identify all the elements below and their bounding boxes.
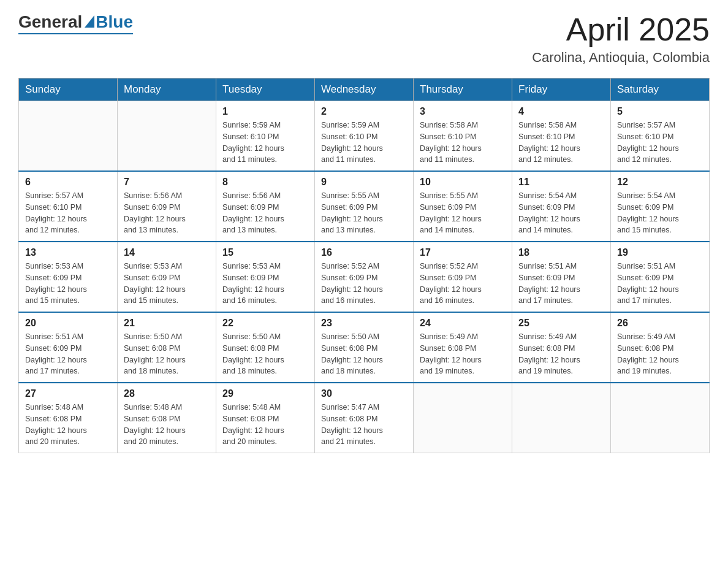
calendar-cell: 12Sunrise: 5:54 AM Sunset: 6:09 PM Dayli… bbox=[611, 171, 710, 242]
day-number: 13 bbox=[25, 247, 111, 258]
calendar-cell: 30Sunrise: 5:47 AM Sunset: 6:08 PM Dayli… bbox=[315, 383, 414, 453]
calendar-cell: 28Sunrise: 5:48 AM Sunset: 6:08 PM Dayli… bbox=[118, 383, 216, 453]
logo: General Blue bbox=[18, 12, 133, 34]
calendar-cell: 26Sunrise: 5:49 AM Sunset: 6:08 PM Dayli… bbox=[611, 312, 710, 383]
day-number: 3 bbox=[420, 106, 506, 117]
day-info: Sunrise: 5:55 AM Sunset: 6:09 PM Dayligh… bbox=[321, 190, 407, 236]
day-number: 17 bbox=[420, 247, 506, 258]
calendar-cell: 8Sunrise: 5:56 AM Sunset: 6:09 PM Daylig… bbox=[216, 171, 315, 242]
day-info: Sunrise: 5:57 AM Sunset: 6:10 PM Dayligh… bbox=[25, 190, 111, 236]
day-info: Sunrise: 5:50 AM Sunset: 6:08 PM Dayligh… bbox=[222, 331, 308, 377]
day-number: 11 bbox=[518, 177, 604, 188]
day-number: 22 bbox=[222, 318, 308, 329]
title-area: April 2025 Carolina, Antioquia, Colombia bbox=[532, 12, 710, 66]
calendar-week-row: 1Sunrise: 5:59 AM Sunset: 6:10 PM Daylig… bbox=[19, 101, 710, 172]
day-info: Sunrise: 5:59 AM Sunset: 6:10 PM Dayligh… bbox=[321, 120, 407, 166]
day-number: 1 bbox=[222, 106, 308, 117]
calendar-cell: 29Sunrise: 5:48 AM Sunset: 6:08 PM Dayli… bbox=[216, 383, 315, 453]
day-info: Sunrise: 5:48 AM Sunset: 6:08 PM Dayligh… bbox=[25, 402, 111, 448]
calendar-cell: 18Sunrise: 5:51 AM Sunset: 6:09 PM Dayli… bbox=[512, 242, 611, 312]
calendar-header-thursday: Thursday bbox=[414, 79, 512, 101]
calendar-cell: 10Sunrise: 5:55 AM Sunset: 6:09 PM Dayli… bbox=[414, 171, 512, 242]
day-info: Sunrise: 5:48 AM Sunset: 6:08 PM Dayligh… bbox=[222, 402, 308, 448]
calendar-cell: 1Sunrise: 5:59 AM Sunset: 6:10 PM Daylig… bbox=[216, 101, 315, 172]
day-number: 9 bbox=[321, 177, 407, 188]
calendar-cell: 22Sunrise: 5:50 AM Sunset: 6:08 PM Dayli… bbox=[216, 312, 315, 383]
day-info: Sunrise: 5:50 AM Sunset: 6:08 PM Dayligh… bbox=[321, 331, 407, 377]
calendar-cell: 24Sunrise: 5:49 AM Sunset: 6:08 PM Dayli… bbox=[414, 312, 512, 383]
day-number: 7 bbox=[124, 177, 210, 188]
day-info: Sunrise: 5:53 AM Sunset: 6:09 PM Dayligh… bbox=[222, 261, 308, 307]
calendar-cell: 11Sunrise: 5:54 AM Sunset: 6:09 PM Dayli… bbox=[512, 171, 611, 242]
day-info: Sunrise: 5:53 AM Sunset: 6:09 PM Dayligh… bbox=[25, 261, 111, 307]
day-number: 4 bbox=[518, 106, 604, 117]
calendar-cell: 27Sunrise: 5:48 AM Sunset: 6:08 PM Dayli… bbox=[19, 383, 118, 453]
calendar-week-row: 20Sunrise: 5:51 AM Sunset: 6:09 PM Dayli… bbox=[19, 312, 710, 383]
page-header: General Blue April 2025 Carolina, Antioq… bbox=[18, 12, 710, 66]
day-number: 24 bbox=[420, 318, 506, 329]
day-info: Sunrise: 5:49 AM Sunset: 6:08 PM Dayligh… bbox=[420, 331, 506, 377]
calendar-cell: 7Sunrise: 5:56 AM Sunset: 6:09 PM Daylig… bbox=[118, 171, 216, 242]
day-number: 29 bbox=[222, 388, 308, 399]
day-info: Sunrise: 5:55 AM Sunset: 6:09 PM Dayligh… bbox=[420, 190, 506, 236]
calendar-cell: 6Sunrise: 5:57 AM Sunset: 6:10 PM Daylig… bbox=[19, 171, 118, 242]
page-subtitle: Carolina, Antioquia, Colombia bbox=[532, 50, 710, 66]
calendar-cell: 2Sunrise: 5:59 AM Sunset: 6:10 PM Daylig… bbox=[315, 101, 414, 172]
day-info: Sunrise: 5:49 AM Sunset: 6:08 PM Dayligh… bbox=[518, 331, 604, 377]
day-info: Sunrise: 5:52 AM Sunset: 6:09 PM Dayligh… bbox=[420, 261, 506, 307]
day-info: Sunrise: 5:52 AM Sunset: 6:09 PM Dayligh… bbox=[321, 261, 407, 307]
calendar-cell bbox=[118, 101, 216, 172]
page-title: April 2025 bbox=[532, 12, 710, 47]
logo-triangle-icon bbox=[85, 15, 94, 28]
calendar-cell: 17Sunrise: 5:52 AM Sunset: 6:09 PM Dayli… bbox=[414, 242, 512, 312]
calendar-cell: 20Sunrise: 5:51 AM Sunset: 6:09 PM Dayli… bbox=[19, 312, 118, 383]
calendar-cell: 15Sunrise: 5:53 AM Sunset: 6:09 PM Dayli… bbox=[216, 242, 315, 312]
day-number: 23 bbox=[321, 318, 407, 329]
calendar-cell: 16Sunrise: 5:52 AM Sunset: 6:09 PM Dayli… bbox=[315, 242, 414, 312]
day-number: 25 bbox=[518, 318, 604, 329]
day-number: 5 bbox=[617, 106, 703, 117]
calendar-cell: 21Sunrise: 5:50 AM Sunset: 6:08 PM Dayli… bbox=[118, 312, 216, 383]
day-info: Sunrise: 5:57 AM Sunset: 6:10 PM Dayligh… bbox=[617, 120, 703, 166]
day-number: 10 bbox=[420, 177, 506, 188]
day-info: Sunrise: 5:48 AM Sunset: 6:08 PM Dayligh… bbox=[124, 402, 210, 448]
calendar-cell: 13Sunrise: 5:53 AM Sunset: 6:09 PM Dayli… bbox=[19, 242, 118, 312]
day-info: Sunrise: 5:51 AM Sunset: 6:09 PM Dayligh… bbox=[518, 261, 604, 307]
logo-underline bbox=[18, 33, 133, 34]
day-number: 16 bbox=[321, 247, 407, 258]
day-number: 19 bbox=[617, 247, 703, 258]
day-info: Sunrise: 5:53 AM Sunset: 6:09 PM Dayligh… bbox=[124, 261, 210, 307]
calendar-week-row: 27Sunrise: 5:48 AM Sunset: 6:08 PM Dayli… bbox=[19, 383, 710, 453]
calendar-header-saturday: Saturday bbox=[611, 79, 710, 101]
day-number: 26 bbox=[617, 318, 703, 329]
day-number: 28 bbox=[124, 388, 210, 399]
calendar-header-row: SundayMondayTuesdayWednesdayThursdayFrid… bbox=[19, 79, 710, 101]
calendar-cell: 5Sunrise: 5:57 AM Sunset: 6:10 PM Daylig… bbox=[611, 101, 710, 172]
calendar-cell: 25Sunrise: 5:49 AM Sunset: 6:08 PM Dayli… bbox=[512, 312, 611, 383]
calendar-cell: 9Sunrise: 5:55 AM Sunset: 6:09 PM Daylig… bbox=[315, 171, 414, 242]
day-number: 14 bbox=[124, 247, 210, 258]
calendar-header-monday: Monday bbox=[118, 79, 216, 101]
day-number: 20 bbox=[25, 318, 111, 329]
calendar-cell bbox=[611, 383, 710, 453]
day-info: Sunrise: 5:54 AM Sunset: 6:09 PM Dayligh… bbox=[518, 190, 604, 236]
calendar-cell bbox=[512, 383, 611, 453]
calendar-header-tuesday: Tuesday bbox=[216, 79, 315, 101]
day-number: 6 bbox=[25, 177, 111, 188]
day-number: 8 bbox=[222, 177, 308, 188]
day-info: Sunrise: 5:47 AM Sunset: 6:08 PM Dayligh… bbox=[321, 402, 407, 448]
day-number: 18 bbox=[518, 247, 604, 258]
calendar-header-friday: Friday bbox=[512, 79, 611, 101]
calendar-cell: 3Sunrise: 5:58 AM Sunset: 6:10 PM Daylig… bbox=[414, 101, 512, 172]
day-number: 21 bbox=[124, 318, 210, 329]
calendar-week-row: 6Sunrise: 5:57 AM Sunset: 6:10 PM Daylig… bbox=[19, 171, 710, 242]
day-number: 27 bbox=[25, 388, 111, 399]
calendar-table: SundayMondayTuesdayWednesdayThursdayFrid… bbox=[18, 78, 710, 453]
day-info: Sunrise: 5:56 AM Sunset: 6:09 PM Dayligh… bbox=[222, 190, 308, 236]
day-number: 15 bbox=[222, 247, 308, 258]
day-number: 2 bbox=[321, 106, 407, 117]
day-info: Sunrise: 5:59 AM Sunset: 6:10 PM Dayligh… bbox=[222, 120, 308, 166]
logo-blue-text: Blue bbox=[96, 12, 133, 32]
calendar-cell: 4Sunrise: 5:58 AM Sunset: 6:10 PM Daylig… bbox=[512, 101, 611, 172]
logo-general-text: General bbox=[18, 12, 82, 32]
